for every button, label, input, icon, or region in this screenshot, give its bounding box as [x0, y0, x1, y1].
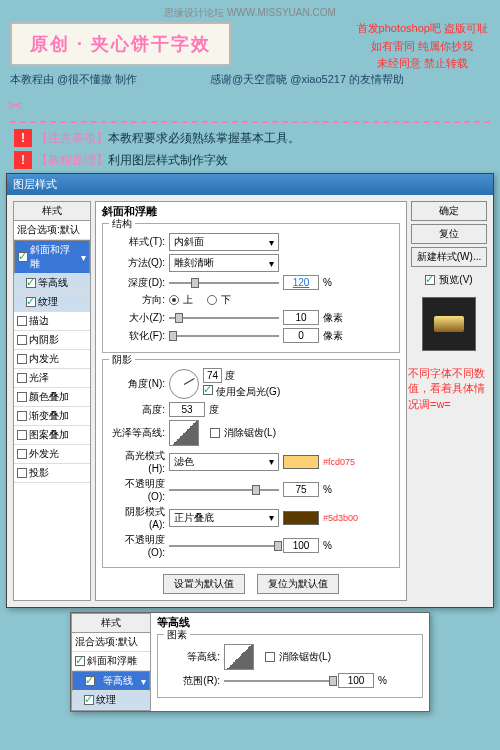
style-texture[interactable]: 纹理 [72, 691, 150, 710]
checkbox-icon[interactable] [26, 297, 36, 307]
cancel-button[interactable]: 复位 [411, 224, 487, 244]
annotation-note: 不同字体不同数值，看着具体情况调=w= [408, 366, 488, 412]
style-drop-shadow[interactable]: 投影 [14, 464, 90, 483]
alert-principle: !【教程原理】利用图层样式制作字效 [14, 151, 486, 169]
style-bevel[interactable]: 斜面和浮雕 [14, 240, 90, 274]
structure-group: 结构 样式(T):内斜面 方法(Q):雕刻清晰 深度(D):120% 方向:上 … [102, 223, 400, 353]
ok-button[interactable]: 确定 [411, 201, 487, 221]
alert-notice: !【注意事项】本教程要求必须熟练掌握基本工具。 [14, 129, 486, 147]
highlight-opacity-slider[interactable] [169, 489, 279, 491]
checkbox-icon[interactable] [26, 278, 36, 288]
shadow-opacity-input[interactable]: 100 [283, 538, 319, 553]
styles-header: 样式 [14, 202, 90, 221]
highlight-opacity-input[interactable]: 75 [283, 482, 319, 497]
styles-list: 样式 混合选项:默认 斜面和浮雕 等高线 纹理 描边 内阴影 内发光 光泽 颜色… [13, 201, 91, 601]
style-texture[interactable]: 纹理 [14, 293, 90, 312]
checkbox-icon[interactable] [17, 354, 27, 364]
highlight-color[interactable] [283, 455, 319, 469]
soften-slider[interactable] [169, 335, 279, 337]
dialog-titlebar[interactable]: 图层样式 [7, 174, 493, 195]
checkbox-icon[interactable] [17, 392, 27, 402]
style-pattern-overlay[interactable]: 图案叠加 [14, 426, 90, 445]
checkbox-icon[interactable] [17, 411, 27, 421]
checkbox-icon[interactable] [17, 430, 27, 440]
contour-select[interactable] [224, 644, 254, 670]
style-bevel[interactable]: 斜面和浮雕 [72, 652, 150, 671]
new-style-button[interactable]: 新建样式(W)... [411, 247, 487, 267]
reset-default-button[interactable]: 复位为默认值 [257, 574, 339, 594]
dir-down-radio[interactable] [207, 295, 217, 305]
range-input[interactable]: 100 [338, 673, 374, 688]
style-satin[interactable]: 光泽 [14, 369, 90, 388]
style-gradient-overlay[interactable]: 渐变叠加 [14, 407, 90, 426]
preview-thumbnail [422, 297, 476, 351]
highlight-mode-select[interactable]: 滤色 [169, 453, 279, 471]
method-select[interactable]: 雕刻清晰 [169, 254, 279, 272]
depth-input[interactable]: 120 [283, 275, 319, 290]
style-outer-glow[interactable]: 外发光 [14, 445, 90, 464]
checkbox-icon[interactable] [17, 316, 27, 326]
scissors-icon: ✂ [8, 95, 492, 117]
checkbox-icon[interactable] [17, 335, 27, 345]
size-slider[interactable] [169, 317, 279, 319]
depth-slider[interactable] [169, 282, 279, 284]
tutorial-title: 原创 · 夹心饼干字效 [10, 22, 231, 66]
style-stroke[interactable]: 描边 [14, 312, 90, 331]
range-slider[interactable] [224, 680, 334, 682]
angle-input[interactable]: 74 [203, 368, 222, 383]
style-color-overlay[interactable]: 颜色叠加 [14, 388, 90, 407]
style-select[interactable]: 内斜面 [169, 233, 279, 251]
shading-group: 阴影 角度(N):74 度 使用全局光(G) 高度:53度 光泽等高线: 消除锯… [102, 359, 400, 568]
altitude-input[interactable]: 53 [169, 402, 205, 417]
antialias-checkbox[interactable] [210, 428, 220, 438]
checkbox-icon[interactable] [17, 468, 27, 478]
settings-panel: 斜面和浮雕 结构 样式(T):内斜面 方法(Q):雕刻清晰 深度(D):120%… [95, 201, 407, 601]
contour-dialog: 样式 混合选项:默认 斜面和浮雕 等高线 纹理 等高线 图素 等高线: 消除锯齿… [70, 612, 430, 712]
global-light-checkbox[interactable] [203, 385, 213, 395]
angle-dial[interactable] [169, 369, 199, 399]
gloss-contour[interactable] [169, 420, 199, 446]
style-blend[interactable]: 混合选项:默认 [14, 221, 90, 240]
style-contour[interactable]: 等高线 [72, 671, 150, 691]
copyright-notes: 首发photoshop吧 盗版可耻如有雷同 纯属你抄我未经同意 禁止转载 [357, 20, 488, 73]
shadow-color[interactable] [283, 511, 319, 525]
antialias-checkbox[interactable] [265, 652, 275, 662]
checkbox-icon[interactable] [17, 373, 27, 383]
make-default-button[interactable]: 设置为默认值 [163, 574, 245, 594]
preview-checkbox[interactable] [425, 275, 435, 285]
credit-thanks: 感谢@天空霞晓 @xiao5217 的友情帮助 [210, 72, 404, 87]
divider [10, 121, 490, 123]
shadow-opacity-slider[interactable] [169, 545, 279, 547]
size-input[interactable]: 10 [283, 310, 319, 325]
checkbox-icon[interactable] [17, 449, 27, 459]
style-inner-glow[interactable]: 内发光 [14, 350, 90, 369]
section-title: 斜面和浮雕 [102, 204, 400, 219]
soften-input[interactable]: 0 [283, 328, 319, 343]
watermark: 思缘设计论坛 WWW.MISSYUAN.COM [10, 6, 490, 20]
style-contour[interactable]: 等高线 [14, 274, 90, 293]
checkbox-icon[interactable] [18, 252, 28, 262]
dir-up-radio[interactable] [169, 295, 179, 305]
style-blend[interactable]: 混合选项:默认 [72, 633, 150, 652]
style-inner-shadow[interactable]: 内阴影 [14, 331, 90, 350]
shadow-mode-select[interactable]: 正片叠底 [169, 509, 279, 527]
